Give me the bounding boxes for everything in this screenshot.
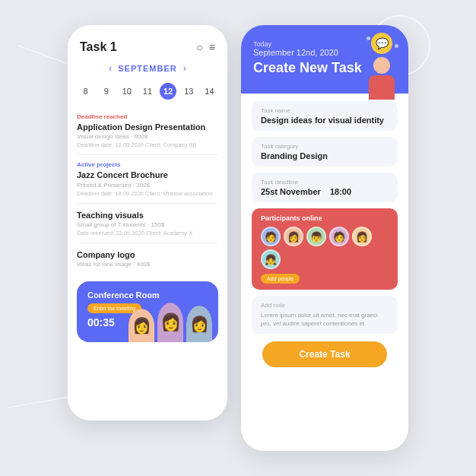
conf-avatars: 👩 👩 👩 [129, 303, 212, 342]
task-name-value: Design ideas for visual identity [261, 116, 389, 125]
calendar-prev-arrow[interactable]: ‹ [109, 63, 112, 74]
task-item-4[interactable]: Company logo Ideas for new image · 400$ [77, 243, 218, 274]
participant-avatar-2: 👩 [284, 227, 303, 246]
participants-title: Participants online [261, 214, 389, 222]
calendar-nav: ‹ SEPTEMBER › [68, 60, 227, 80]
phone1-header: Task 1 ○ ≡ [68, 25, 227, 60]
p2-chat-bubble-icon: 💬 [371, 33, 392, 54]
task-meta-2: Deadline date: 18.09.2020 Client: Musica… [77, 190, 218, 197]
conf-avatar-1: 👩 [129, 309, 154, 342]
create-task-button[interactable]: Create Task [262, 341, 387, 367]
p2-dot-2 [395, 44, 398, 48]
task-sub-2: Printed & Presented · 300$ [77, 182, 218, 189]
phone1: Task 1 ○ ≡ ‹ SEPTEMBER › 8 9 10 11 12 13… [68, 25, 227, 420]
task-category-field[interactable]: Task category Branding Design [252, 137, 398, 167]
note-label: Add note [261, 302, 389, 309]
phone1-title: Task 1 [80, 40, 117, 54]
form-section: Task name Design ideas for visual identi… [241, 94, 408, 367]
cal-day-11[interactable]: 11 [139, 83, 156, 100]
participant-avatar-3: 👦 [306, 227, 326, 246]
search-icon[interactable]: ○ [196, 41, 202, 53]
note-text: Lorem ipsum dolor sit amet, nec erat gra… [261, 311, 389, 328]
task-name-4: Company logo [77, 249, 218, 260]
task-name-2: Jazz Concert Brochure [77, 170, 218, 180]
task-meta-3: Date reserved: 22.09.2020 Client: Academ… [77, 230, 218, 236]
note-field[interactable]: Add note Lorem ipsum dolor sit amet, nec… [252, 296, 398, 334]
conf-avatar-3: 👩 [186, 306, 212, 342]
p2-person-body-shape [369, 75, 395, 100]
conf-avatar-2: 👩 [157, 303, 183, 342]
participant-avatar-5: 👩 [352, 227, 372, 246]
cal-day-12[interactable]: 12 [160, 83, 176, 100]
conference-card[interactable]: Conference Room Enter the meeting 00:35 … [77, 281, 218, 342]
task-deadline-label: Task deadline [261, 179, 389, 186]
task-item-1[interactable]: Deadline reached Application Design Pres… [77, 107, 218, 154]
participant-avatar-6: 👧 [261, 249, 281, 269]
calendar-month: SEPTEMBER [118, 64, 176, 73]
p2-dot-1 [367, 36, 370, 40]
task-item-2[interactable]: Active projects Jazz Concert Brochure Pr… [77, 154, 218, 202]
phone1-header-icons: ○ ≡ [196, 41, 215, 53]
cal-day-10[interactable]: 10 [119, 83, 135, 100]
bg-decoration-circle-2 [354, 385, 400, 430]
task-sub-4: Ideas for new image · 400$ [77, 261, 218, 268]
task-category-value: Branding Design [261, 151, 389, 160]
phone2-header: Today September 12nd, 2020 Create New Ta… [241, 25, 408, 94]
participant-avatar-4: 🧑 [329, 227, 349, 246]
task-sub-3: Small group of 7 students · 150$ [77, 221, 218, 228]
add-people-button[interactable]: Add people [261, 274, 300, 284]
participant-avatars: 🧑 👩 👦 🧑 👩 👧 [261, 227, 389, 269]
participants-card: Participants online 🧑 👩 👦 🧑 👩 👧 Add peop… [252, 208, 398, 290]
task-deadline-time: 18:00 [330, 187, 351, 196]
task-category-label: Task category [261, 143, 389, 150]
task-badge-2: Active projects [77, 161, 218, 168]
p2-avatar-area: 💬 [363, 33, 401, 103]
conference-title: Conference Room [87, 290, 208, 300]
cal-day-13[interactable]: 13 [180, 83, 197, 100]
cal-day-8[interactable]: 8 [78, 83, 94, 100]
task-name-field[interactable]: Task name Design ideas for visual identi… [252, 101, 398, 131]
task-deadline-date: 25st November [261, 187, 321, 196]
menu-icon[interactable]: ≡ [209, 41, 215, 53]
task-item-3[interactable]: Teaching visuals Small group of 7 studen… [77, 203, 218, 243]
cal-day-9[interactable]: 9 [98, 83, 115, 100]
p2-person-head [373, 57, 390, 74]
task-badge-1: Deadline reached [77, 113, 218, 120]
task-list: Deadline reached Application Design Pres… [68, 107, 227, 274]
task-sub-1: Visual design ideas · 600$ [77, 133, 218, 140]
calendar-days: 8 9 10 11 12 13 14 [68, 80, 227, 107]
calendar-next-arrow[interactable]: › [183, 63, 186, 74]
participant-avatar-1: 🧑 [261, 227, 281, 246]
task-meta-1: Deadline date: 12.09.2020 Client: Compan… [77, 141, 218, 148]
task-deadline-row: 25st November 18:00 [261, 187, 389, 196]
p2-person-figure [363, 57, 401, 103]
task-deadline-field[interactable]: Task deadline 25st November 18:00 [252, 173, 398, 202]
task-name-1: Application Design Presentation [77, 122, 218, 132]
cal-day-14[interactable]: 14 [201, 83, 217, 100]
task-name-3: Teaching visuals [77, 210, 218, 221]
task-name-label: Task name [261, 107, 389, 114]
